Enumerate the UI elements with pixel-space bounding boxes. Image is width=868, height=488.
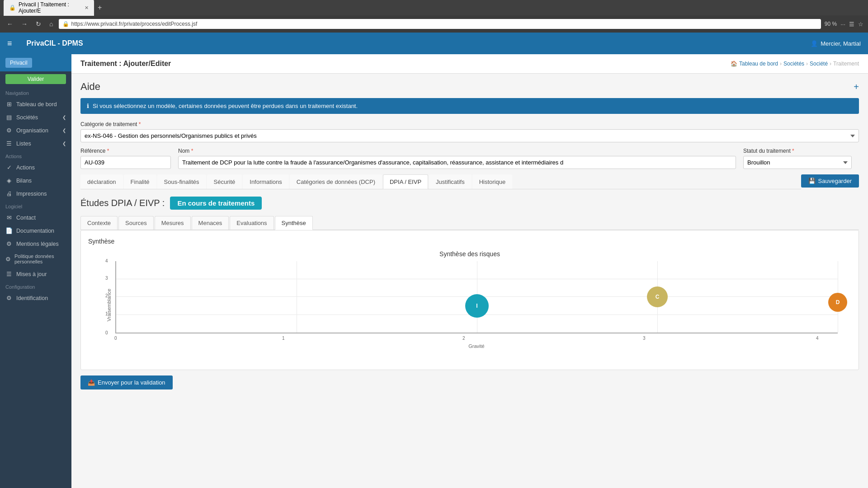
reference-group: Référence * — [80, 148, 171, 169]
sidebar-item-actions[interactable]: ✓ Actions — [0, 161, 71, 174]
browser-nav-bar: ← → ↻ ⌂ 🔒 https://www.privacil.fr/privat… — [0, 15, 868, 33]
actions-icon: ✓ — [5, 164, 13, 171]
tab-informations[interactable]: Informations — [243, 174, 289, 189]
sub-tab-synthese[interactable]: Synthèse — [275, 216, 313, 230]
privacil-brand-button[interactable]: Privacil — [5, 58, 32, 68]
sidebar-item-bilans[interactable]: ◈ Bilans — [0, 174, 71, 187]
app-container: ≡ PrivaCIL - DPMS 👤 Mercier, Martial Pri… — [0, 33, 868, 488]
nom-label: Nom * — [178, 148, 736, 154]
nom-group: Nom * — [178, 148, 736, 169]
breadcrumb-societes[interactable]: Sociétés — [783, 61, 804, 67]
sidebar-mises-label: Mises à jour — [16, 271, 47, 277]
send-validation-button[interactable]: 📤 Envoyer pour la validation — [80, 375, 173, 389]
tab-securite[interactable]: Sécurité — [207, 174, 242, 189]
url-text: https://www.privacil.fr/private/process/… — [71, 21, 197, 27]
sidebar-item-politique[interactable]: ⚙ Politique données personnelles — [0, 250, 71, 267]
x-tick-1: 1 — [282, 336, 285, 341]
breadcrumb-sep3: › — [830, 61, 831, 67]
bookmark-icon[interactable]: ☆ — [858, 21, 863, 28]
reader-icon[interactable]: ☰ — [849, 21, 854, 28]
sidebar-validate-section: Valider — [0, 71, 71, 87]
tab-declaration[interactable]: déclaration — [80, 174, 123, 189]
sidebar-config-label: Configuration — [0, 281, 71, 291]
sidebar-item-mentions[interactable]: ⚙ Mentions légales — [0, 237, 71, 250]
chevron-left-icon3: ❮ — [62, 141, 66, 146]
sidebar-brand: Privacil — [0, 54, 71, 71]
zoom-level: 90 % — [825, 21, 837, 27]
browser-tab[interactable]: 🔒 Privacil | Traitement : Ajouter/E ✕ — [4, 0, 94, 16]
breadcrumb-dashboard[interactable]: Tableau de bord — [739, 61, 778, 67]
sidebar-impressions-label: Impressions — [16, 191, 47, 197]
tab-title: Privacil | Traitement : Ajouter/E — [19, 1, 82, 14]
sidebar-item-identification[interactable]: ⚙ Identification — [0, 291, 71, 305]
tab-categories[interactable]: Catégories de données (DCP) — [290, 174, 382, 189]
sub-tab-sources[interactable]: Sources — [118, 216, 154, 230]
sidebar-politique-label: Politique données personnelles — [14, 253, 66, 264]
new-tab-button[interactable]: + — [98, 4, 102, 12]
categorie-select[interactable]: ex-NS-046 - Gestion des personnels/Organ… — [80, 129, 859, 142]
sidebar-item-listes[interactable]: ☰ Listes ❮ — [0, 137, 71, 150]
page-title: Traitement : Ajouter/Editer — [80, 60, 171, 68]
sub-tab-menaces[interactable]: Menaces — [192, 216, 229, 230]
sidebar-item-impressions[interactable]: 🖨 Impressions — [0, 187, 71, 200]
home-button[interactable]: ⌂ — [47, 19, 55, 28]
tab-justificatifs[interactable]: Justificatifs — [429, 174, 472, 189]
main-content: Traitement : Ajouter/Editer 🏠 Tableau de… — [71, 54, 868, 488]
tab-finalite[interactable]: Finalité — [124, 174, 156, 189]
sub-tab-contexte[interactable]: Contexte — [80, 216, 118, 230]
sidebar-item-contact[interactable]: ✉ Contact — [0, 211, 71, 224]
sidebar-identification-label: Identification — [16, 295, 48, 301]
tab-close-button[interactable]: ✕ — [85, 5, 89, 11]
sidebar-item-organisation[interactable]: ⚙ Organisation ❮ — [0, 124, 71, 137]
sidebar-listes-label: Listes — [16, 141, 31, 147]
mises-a-jour-icon: ☰ — [5, 271, 13, 277]
bubble-C: C — [647, 286, 668, 307]
user-menu[interactable]: 👤 Mercier, Martial — [811, 40, 861, 47]
sub-tab-mesures[interactable]: Mesures — [155, 216, 191, 230]
refresh-button[interactable]: ↻ — [33, 19, 43, 28]
breadcrumb-societe[interactable]: Société — [810, 61, 828, 67]
main-layout: Privacil Valider Navigation ⊞ Tableau de… — [0, 54, 868, 488]
breadcrumb: 🏠 Tableau de bord › Sociétés › Société ›… — [731, 61, 859, 67]
menu-dots[interactable]: ··· — [840, 21, 845, 28]
validate-button[interactable]: Valider — [5, 74, 66, 84]
bilans-icon: ◈ — [5, 177, 13, 184]
sidebar-item-documentation[interactable]: 📄 Documentation — [0, 224, 71, 237]
grid-v1 — [297, 261, 297, 333]
sidebar-organisation-label: Organisation — [16, 127, 48, 134]
sidebar-item-mises-a-jour[interactable]: ☰ Mises à jour — [0, 267, 71, 281]
sidebar-mentions-label: Mentions légales — [16, 241, 59, 247]
sub-tab-evaluations[interactable]: Evaluations — [230, 216, 274, 230]
sidebar-item-dashboard[interactable]: ⊞ Tableau de bord — [0, 98, 71, 111]
impressions-icon: 🖨 — [5, 190, 13, 197]
sidebar-nav-label: Navigation — [0, 87, 71, 98]
forward-button[interactable]: → — [19, 19, 30, 28]
dpia-sub-tabs: Contexte Sources Mesures Menaces Evaluat… — [80, 216, 859, 230]
hamburger-menu[interactable]: ≡ — [7, 39, 12, 48]
sidebar-contact-label: Contact — [16, 215, 36, 221]
tab-historique[interactable]: Historique — [472, 174, 513, 189]
categorie-form-group: Catégorie de traitement * ex-NS-046 - Ge… — [80, 121, 859, 142]
statut-select[interactable]: Brouillon — [743, 156, 852, 169]
nom-input[interactable] — [178, 156, 736, 169]
back-button[interactable]: ← — [5, 19, 15, 28]
reference-input[interactable] — [80, 156, 171, 169]
address-bar[interactable]: 🔒 https://www.privacil.fr/private/proces… — [59, 19, 821, 29]
chart-title: Synthèse des risques — [88, 250, 851, 258]
section-title: Aide — [80, 81, 100, 93]
x-tick-2: 2 — [462, 336, 465, 341]
tab-sous-finalites[interactable]: Sous-finalités — [157, 174, 206, 189]
breadcrumb-home-icon: 🏠 — [731, 61, 737, 67]
save-icon: 💾 — [808, 178, 816, 184]
alert-icon: ℹ — [87, 103, 89, 109]
sidebar-doc-label: Documentation — [16, 228, 54, 234]
sidebar-item-societes[interactable]: ▤ Sociétés ❮ — [0, 111, 71, 124]
tab-dpia[interactable]: DPIA / EIVP — [383, 174, 428, 189]
lock-icon: 🔒 — [62, 21, 69, 27]
save-button[interactable]: 💾 Sauvegarder — [801, 174, 859, 188]
section-add-button[interactable]: + — [854, 82, 859, 92]
form-row-ref: Référence * Nom * St — [80, 148, 859, 169]
y-tick-4: 4 — [105, 258, 108, 263]
send-icon: 📤 — [88, 379, 95, 386]
alert-text: Si vous sélectionnez un modèle, certaine… — [93, 103, 358, 109]
